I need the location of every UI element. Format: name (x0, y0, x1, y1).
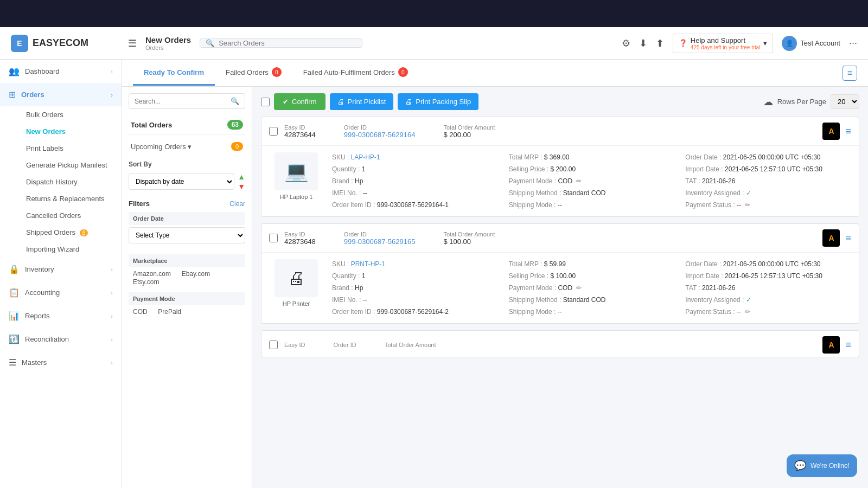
upload-button[interactable]: ⬆ (656, 37, 664, 49)
chat-widget[interactable]: 💬 We're Online! (787, 454, 857, 477)
download-button[interactable]: ⬇ (639, 37, 647, 49)
sort-row: Dispatch by date ▲ ▼ (129, 172, 245, 191)
order-detail-payment-mode: Payment Mode : COD ✏ (509, 283, 675, 293)
accounting-icon: 📋 (9, 287, 20, 298)
chevron-right-icon: › (111, 92, 113, 98)
payment-prepaid-option[interactable]: PrePaid (154, 306, 186, 318)
chevron-right-icon: › (111, 68, 113, 75)
failed-orders-badge: 0 (272, 67, 282, 77)
payment-status-edit-icon[interactable]: ✏ (745, 308, 750, 316)
product-image: 🖨 (275, 259, 318, 297)
settings-button[interactable]: ⚙ (622, 37, 630, 49)
marketplace-icon: A (822, 229, 840, 247)
order-checkbox[interactable] (269, 341, 278, 349)
sidebar-item-cancelled-orders[interactable]: Cancelled Orders (17, 207, 122, 224)
laptop-icon: 💻 (284, 160, 309, 183)
payment-mode-edit-icon[interactable]: ✏ (576, 284, 582, 292)
content-area: Ready To Confirm Failed Orders 0 Failed … (122, 60, 868, 488)
rows-per-page-select[interactable]: 20 (831, 94, 859, 109)
account-menu[interactable]: 👤 Test Account (782, 36, 840, 51)
order-id-label: Order ID (334, 342, 356, 348)
tab-ready-to-confirm[interactable]: Ready To Confirm (133, 61, 215, 86)
sidebar-item-print-labels[interactable]: Print Labels (17, 140, 122, 157)
upcoming-orders-row[interactable]: Upcoming Orders ▾ 0 (129, 139, 245, 154)
tabs-bar: Ready To Confirm Failed Orders 0 Failed … (122, 60, 868, 87)
marketplace-option-etsy[interactable]: Etsy.com (129, 276, 163, 288)
order-amount-value: $ 200.00 (443, 131, 495, 139)
order-date-select[interactable]: Select Type (129, 227, 245, 243)
order-detail-imei: IMEI No. : -- (332, 295, 498, 305)
tab-failed-orders[interactable]: Failed Orders 0 (215, 60, 292, 86)
sidebar-item-new-orders[interactable]: New Orders (17, 123, 122, 140)
page-title: New Orders (145, 35, 191, 44)
tab-failed-auto[interactable]: Failed Auto-Fulfilment Orders 0 (292, 60, 419, 86)
help-support-button[interactable]: ❓ Help and Support 425 days left in your… (673, 34, 773, 53)
order-amount-group: Total Order Amount $ 100.00 (443, 231, 495, 246)
total-orders-label: Total Orders (131, 121, 172, 129)
order-menu-button[interactable]: ≡ (845, 339, 851, 351)
order-id-value[interactable]: 999-0300687-5629165 (344, 237, 416, 246)
upcoming-badge: 0 (231, 142, 243, 151)
filter-search-bar[interactable]: 🔍 (129, 93, 245, 109)
order-detail-order-date: Order Date : 2021-06-25 00:00:00 UTC +05… (685, 152, 851, 162)
sidebar-item-bulk-orders[interactable]: Bulk Orders (17, 106, 122, 123)
sort-select[interactable]: Dispatch by date (129, 174, 234, 190)
product-image: 💻 (275, 152, 318, 190)
failed-auto-badge: 0 (398, 67, 408, 77)
view-toggle-button[interactable]: ≡ (843, 66, 857, 81)
sidebar-item-shipped-orders[interactable]: Shipped Orders β (17, 224, 122, 241)
sidebar-item-dashboard[interactable]: 👥 Dashboard › (0, 60, 122, 83)
sidebar-item-returns[interactable]: Returns & Replacements (17, 190, 122, 207)
account-label: Test Account (800, 39, 840, 47)
sidebar-item-dispatch-history[interactable]: Dispatch History (17, 174, 122, 190)
marketplace-option-ebay[interactable]: Ebay.com (177, 268, 214, 280)
order-detail-order-date: Order Date : 2021-06-25 00:00:00 UTC +05… (685, 259, 851, 269)
order-checkbox[interactable] (269, 127, 278, 136)
order-card-header: Easy ID Order ID Total Order Amount A ≡ (261, 331, 859, 357)
order-menu-button[interactable]: ≡ (845, 233, 851, 244)
sidebar-item-importing-wizard[interactable]: Importing Wizard (17, 241, 122, 258)
cloud-icon: ☁ (763, 96, 773, 108)
easy-id-label: Easy ID (284, 342, 305, 348)
logo: E EASYECOM (11, 35, 119, 52)
filters-clear-button[interactable]: Clear (229, 200, 245, 208)
support-subtitle: 425 days left in your free trial (691, 44, 760, 50)
main-layout: 👥 Dashboard › ⊞ Orders › Bulk Orders New… (0, 60, 868, 488)
order-detail-total-mrp: Total MRP : $ 369.00 (509, 152, 675, 162)
payment-status-edit-icon[interactable]: ✏ (745, 201, 750, 209)
order-detail-selling-price: Selling Price : $ 100.00 (509, 271, 675, 281)
order-product: 🖨 HP Printer (269, 259, 323, 317)
order-id-value[interactable]: 999-0300687-5629164 (344, 131, 416, 139)
print-packing-button[interactable]: 🖨 Print Packing Slip (398, 93, 478, 110)
search-input[interactable] (219, 39, 356, 47)
order-menu-button[interactable]: ≡ (845, 126, 851, 137)
sidebar-item-accounting[interactable]: 📋 Accounting › (0, 281, 122, 304)
order-detail-total-mrp: Total MRP : $ 59.99 (509, 259, 675, 269)
search-bar[interactable]: 🔍 (200, 38, 362, 48)
sort-ascending-icon[interactable]: ▲ (238, 172, 245, 181)
amazon-logo: A (828, 234, 834, 242)
reconciliation-icon: 🔃 (9, 334, 20, 344)
sort-descending-icon[interactable]: ▼ (238, 182, 245, 191)
menu-button[interactable]: ☰ (128, 37, 137, 49)
filter-search-input[interactable] (135, 98, 227, 105)
sidebar-item-masters[interactable]: ☰ Masters › (0, 351, 122, 374)
sidebar-item-reconciliation[interactable]: 🔃 Reconciliation › (0, 328, 122, 351)
easy-id-value: 42873644 (284, 131, 316, 139)
payment-mode-edit-icon[interactable]: ✏ (576, 177, 582, 185)
payment-cod-option[interactable]: COD (129, 306, 152, 318)
sidebar-item-reports[interactable]: 📊 Reports › (0, 304, 122, 328)
sidebar-item-orders[interactable]: ⊞ Orders › (0, 83, 122, 106)
sidebar-item-generate-pickup[interactable]: Generate Pickup Manifest (17, 157, 122, 174)
order-checkbox[interactable] (269, 234, 278, 242)
sidebar-item-inventory[interactable]: 🔒 Inventory › (0, 258, 122, 281)
amazon-logo: A (828, 127, 834, 136)
print-picklist-button[interactable]: 🖨 Print Picklist (330, 93, 394, 110)
select-all-checkbox[interactable] (261, 98, 270, 106)
order-id-group: Order ID 999-0300687-5629165 (344, 231, 416, 246)
more-button[interactable]: ··· (849, 37, 857, 49)
chevron-right-icon: › (111, 290, 113, 296)
confirm-button[interactable]: ✔ Confirm (274, 93, 326, 110)
reports-icon: 📊 (9, 311, 20, 321)
order-detail-order-item-id: Order Item ID : 999-0300687-5629164-2 (332, 307, 498, 317)
